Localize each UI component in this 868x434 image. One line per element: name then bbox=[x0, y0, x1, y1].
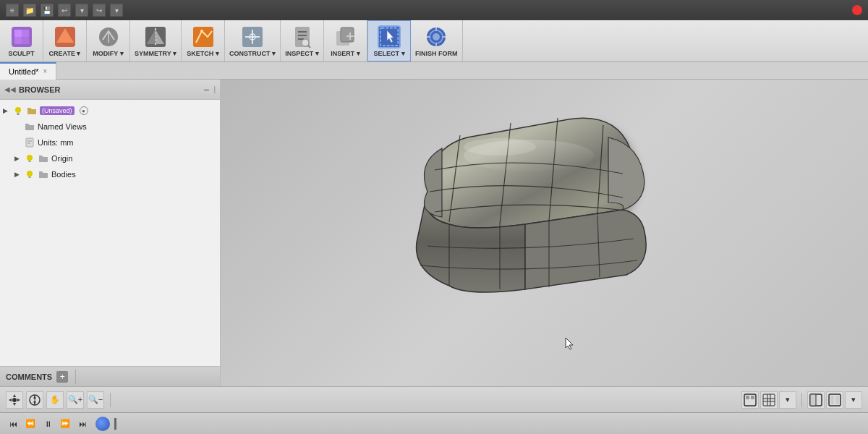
toolbar-sculpt[interactable]: SCULPT bbox=[0, 20, 43, 61]
tree-item-bodies[interactable]: ▶ Bodies bbox=[0, 166, 220, 182]
tree-arrow-origin: ▶ bbox=[14, 155, 22, 162]
toolbar-symmetry[interactable]: SYMMETRY ▾ bbox=[130, 20, 182, 61]
folder-icon-named-views bbox=[24, 121, 35, 132]
redo-dropdown-icon[interactable]: ▾ bbox=[110, 4, 123, 17]
svg-rect-26 bbox=[341, 27, 354, 42]
redo-icon[interactable]: ↪ bbox=[93, 4, 106, 17]
sketch-icon bbox=[192, 25, 215, 48]
panel-dropdown-button[interactable]: ▾ bbox=[845, 391, 862, 409]
pan-button[interactable]: ✋ bbox=[46, 391, 64, 409]
bottom-toolbar-sep1 bbox=[110, 393, 111, 407]
folder-icon-origin bbox=[38, 153, 49, 164]
named-views-label: Named Views bbox=[38, 122, 87, 131]
undo-icon[interactable]: ↩ bbox=[58, 4, 71, 17]
construct-icon bbox=[241, 25, 264, 48]
toolbar-select[interactable]: SELECT ▾ bbox=[367, 20, 411, 61]
toolbar-sketch[interactable]: SKETCH ▾ bbox=[182, 20, 225, 61]
root-label: (Unsaved) bbox=[40, 106, 75, 115]
tree-item-root[interactable]: ▶ (Unsaved) ● bbox=[0, 103, 220, 119]
skip-forward-button[interactable]: ⏭ bbox=[75, 417, 90, 431]
viewport[interactable] bbox=[221, 80, 868, 386]
folder-icon-bodies bbox=[38, 169, 49, 180]
tree-item-named-views[interactable]: Named Views bbox=[0, 119, 220, 135]
toolbar-inspect[interactable]: INSPECT ▾ bbox=[281, 20, 324, 61]
skip-back-button[interactable]: ⏮ bbox=[6, 417, 20, 431]
pin-icon[interactable]: ● bbox=[80, 106, 88, 115]
sculpt-icon bbox=[10, 25, 33, 48]
svg-rect-70 bbox=[746, 396, 749, 399]
zoom-in-button[interactable]: 🔍+ bbox=[67, 391, 84, 409]
svg-rect-78 bbox=[810, 394, 816, 406]
svg-rect-21 bbox=[298, 35, 307, 36]
svg-rect-80 bbox=[830, 396, 834, 404]
svg-rect-3 bbox=[14, 37, 22, 44]
sidebar: ◀◀ BROWSER − | ▶ bbox=[0, 80, 221, 386]
svg-point-23 bbox=[302, 39, 309, 46]
comments-add-button[interactable]: + bbox=[56, 371, 68, 383]
browser-expand-icon[interactable]: | bbox=[213, 85, 216, 93]
display-dropdown-button[interactable]: ▾ bbox=[779, 391, 796, 409]
open-icon[interactable]: 📁 bbox=[23, 4, 36, 17]
titlebar-left: ≡ 📁 💾 ↩ ▾ ↪ ▾ bbox=[6, 4, 123, 17]
zoom-out-button[interactable]: 🔍− bbox=[87, 391, 104, 409]
svg-point-34 bbox=[433, 33, 440, 41]
svg-line-24 bbox=[308, 46, 310, 48]
tree-arrow-bodies: ▶ bbox=[14, 171, 22, 178]
save-icon[interactable]: 💾 bbox=[41, 4, 54, 17]
globe-icon[interactable] bbox=[95, 417, 110, 431]
construct-label: CONSTRUCT ▾ bbox=[229, 50, 276, 57]
undo-dropdown-icon[interactable]: ▾ bbox=[75, 4, 88, 17]
toolbar-finish[interactable]: FINISH FORM bbox=[411, 20, 463, 61]
toolbar-modify[interactable]: MODIFY ▾ bbox=[87, 20, 130, 61]
menu-icon[interactable]: ≡ bbox=[6, 4, 19, 17]
tree-item-units[interactable]: Units: mm bbox=[0, 135, 220, 150]
main-content: ◀◀ BROWSER − | ▶ bbox=[0, 80, 868, 386]
browser-collapse-button[interactable]: − bbox=[203, 84, 209, 95]
toolbar-construct[interactable]: CONSTRUCT ▾ bbox=[225, 20, 281, 61]
units-label: Units: mm bbox=[38, 138, 74, 147]
comments-separator bbox=[75, 370, 76, 384]
svg-point-58 bbox=[464, 138, 536, 156]
svg-marker-63 bbox=[9, 399, 12, 401]
toolbar-insert[interactable]: INSERT ▾ bbox=[324, 20, 367, 61]
grid-button[interactable] bbox=[760, 391, 778, 409]
finish-icon bbox=[425, 25, 448, 48]
svg-rect-46 bbox=[28, 161, 31, 162]
step-forward-button[interactable]: ⏩ bbox=[58, 417, 72, 431]
svg-rect-42 bbox=[26, 138, 33, 147]
sculpt-label: SCULPT bbox=[9, 50, 35, 57]
step-back-button[interactable]: ⏪ bbox=[23, 417, 38, 431]
inspect-label: INSPECT ▾ bbox=[285, 50, 319, 57]
titlebar: ≡ 📁 💾 ↩ ▾ ↪ ▾ bbox=[0, 0, 868, 20]
tab-close-button[interactable]: × bbox=[43, 67, 48, 75]
bulb-icon-root bbox=[12, 105, 24, 116]
move-tool-button[interactable] bbox=[6, 391, 23, 409]
view-options-group: ▾ bbox=[741, 391, 796, 409]
bottom-toolbar: ✋ 🔍+ 🔍− ▾ bbox=[0, 386, 868, 412]
modify-icon bbox=[97, 25, 120, 48]
comments-label: COMMENTS bbox=[6, 373, 52, 381]
display-mode-button[interactable] bbox=[741, 391, 759, 409]
doc-icon-units bbox=[24, 137, 35, 148]
bottom-toolbar-right: ▾ ▾ bbox=[741, 391, 862, 409]
pause-button[interactable]: ⏸ bbox=[41, 417, 55, 431]
browser-collapse-arrow[interactable]: ◀◀ bbox=[4, 85, 16, 93]
panel-button-2[interactable] bbox=[826, 391, 843, 409]
svg-point-39 bbox=[15, 107, 21, 113]
symmetry-label: SYMMETRY ▾ bbox=[135, 50, 176, 57]
recording-indicator bbox=[852, 5, 862, 15]
svg-rect-13 bbox=[193, 27, 213, 47]
tree-item-origin[interactable]: ▶ Origin bbox=[0, 150, 220, 166]
create-label: CREATE ▾ bbox=[49, 50, 81, 57]
select-label: SELECT ▾ bbox=[374, 50, 405, 57]
tabbar: Untitled* × bbox=[0, 62, 868, 80]
panel-button-1[interactable] bbox=[807, 391, 825, 409]
svg-rect-72 bbox=[763, 394, 775, 406]
3d-model bbox=[384, 98, 652, 344]
bulb-icon-bodies bbox=[24, 169, 35, 180]
toolbar-create[interactable]: CREATE ▾ bbox=[43, 20, 87, 61]
svg-rect-40 bbox=[17, 113, 20, 114]
grid-select-button[interactable] bbox=[26, 391, 43, 409]
insert-label: INSERT ▾ bbox=[331, 50, 360, 57]
tab-untitled[interactable]: Untitled* × bbox=[0, 62, 56, 80]
